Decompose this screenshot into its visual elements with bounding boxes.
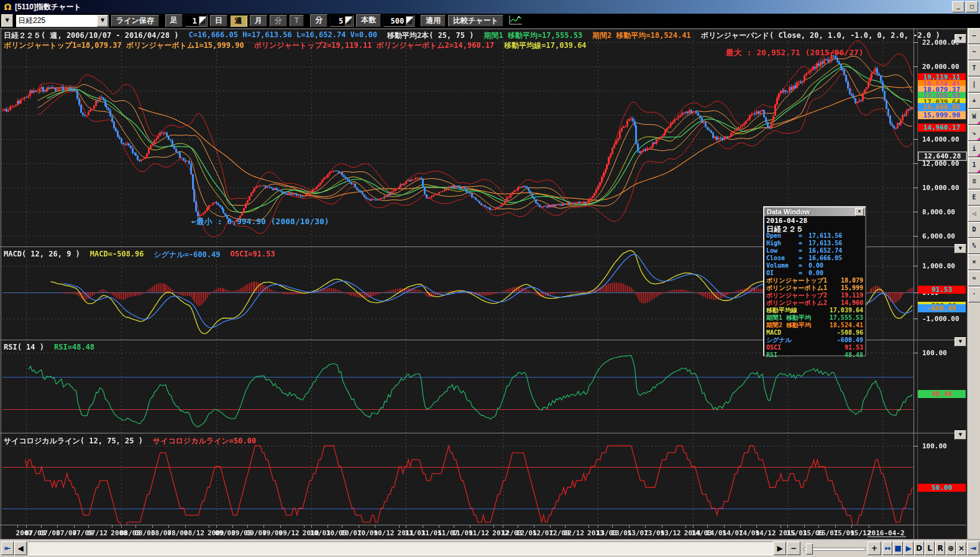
freehand-tool-button[interactable]: ~ [968,45,980,60]
indicator-chart-window: Ω [5110]指数チャート _ □ ▼ 日経225 ▼ ライン保存 足 1 日… [0,0,980,557]
spinner-icon[interactable] [199,16,206,25]
minute-count-field[interactable]: 5 [330,15,354,27]
axis-tick-label: 1,000.00 [922,262,955,270]
data-window[interactable]: Data Window × 2016-04-28 日経２２５ Open=17,6… [763,206,866,356]
axis-value-badge: 50.00 [918,484,966,492]
zoom-in-button[interactable]: + [868,541,881,555]
data-window-row: シグナル-600.49 [766,337,863,344]
maximize-button[interactable]: □ [966,1,978,12]
bar-width-slider[interactable] [804,541,866,555]
zoom-tool-button[interactable]: ⊕ [946,541,956,555]
axis-tick-label: 8,000.00 [922,208,955,216]
delete-tool-button[interactable]: × [956,541,966,555]
axis-value-badge: 48.48 [918,390,966,398]
data-window-row: OSCI91.53 [766,344,863,351]
axis-value-badge: -600.49 [918,304,966,312]
symbol-combo-arrow-icon[interactable]: ▼ [97,15,108,27]
data-window-row: ボリンジャーボトム115,999 [766,284,863,292]
close-icon[interactable]: × [855,208,864,216]
bottom-bar: ⇤◀▶−+↔■▶DLR⊕×⇥ [0,539,980,557]
macd-panel-scale-menu-button[interactable]: ▼ [955,244,966,253]
bar-interval-field[interactable]: 1 [185,15,208,27]
stop-button[interactable]: ■ [893,541,903,555]
minimize-button[interactable]: _ [952,1,964,12]
axis-tick-label: 100.00 [922,349,947,357]
bar-count-label: 本数 [356,14,381,27]
price-axis: 22,000.0020,000.0014,000.0012,000.0010,0… [918,28,966,539]
rsi-panel-scale-menu-button[interactable]: ▼ [955,337,966,346]
text-tool-button[interactable]: T [968,61,980,76]
bar-interval-label: 足 [165,14,183,27]
l-mode-button[interactable]: L [925,541,935,555]
curve-tool-button[interactable]: ≈ [968,271,980,286]
data-window-row: OI=0.00 [766,269,863,277]
price-panel-scale-menu-button[interactable]: ▼ [955,34,966,43]
trend-arrow-tool-button[interactable]: ↘ [968,125,980,141]
erase-tool-button[interactable]: × [968,255,980,270]
period-minute-button[interactable]: 分 [270,15,287,27]
d-mode-button[interactable]: D [914,541,924,555]
edit-tool-button[interactable]: E [968,190,980,206]
data-tool-button[interactable]: D [968,222,980,238]
data-window-row: Close=16,666.05 [766,255,863,262]
data-window-row: High=17,613.56 [766,240,863,247]
cross-line-tool-button[interactable]: + [968,93,980,109]
data-window-row: ボリンジャートップ118,079 [766,277,863,284]
period-week-button[interactable]: 週 [230,15,247,27]
spinner-icon[interactable] [345,16,352,25]
period-month-button[interactable]: 月 [250,15,267,27]
data-window-row: RSI48.48 [766,351,863,359]
percent-tool-button[interactable]: % [968,238,980,254]
horizontal-line-tool-button[interactable]: — [968,29,980,44]
panel-dropdown-button[interactable]: ▼ [1,14,13,27]
axis-value-badge: 16,666.05 [918,103,966,111]
data-window-row: Volume=0.00 [766,262,863,269]
scroll-end-button[interactable]: ⇥ [967,541,979,555]
dot-tool-button[interactable]: · [968,287,980,302]
toolbar: ▼ 日経225 ▼ ライン保存 足 1 日 週 月 分 T 分 5 本数 500… [0,14,980,28]
app-icon: Ω [3,2,12,12]
data-window-date: 2016-04-28 [766,217,863,224]
title-bar[interactable]: Ω [5110]指数チャート _ □ [0,0,980,14]
h-scrollbar-track[interactable] [27,541,773,555]
back-tool-button[interactable]: ◁ [968,206,980,222]
data-window-row: MACD-508.96 [766,329,863,337]
wave-tool-button[interactable]: W [968,109,980,125]
axis-tick-label: 20,000.00 [922,63,959,71]
psych-panel-scale-menu-button[interactable]: ▼ [955,430,966,440]
period-day-button[interactable]: 日 [210,15,227,27]
scroll-right-button[interactable]: ▶ [774,541,786,555]
axis-tick-label: -1,000.00 [922,315,959,323]
info-tool-button[interactable]: i [968,142,980,157]
data-window-body: 2016-04-28 日経２２５ Open=17,613.56High=17,6… [764,216,865,359]
list-tool-button[interactable]: ≡ [968,174,980,189]
data-window-symbol: 日経２２５ [766,224,863,232]
pan-tool-button[interactable]: ↔ [882,541,892,555]
period-tick-button[interactable]: T [290,15,304,27]
slider-handle[interactable] [806,543,813,555]
spinner-icon[interactable] [406,16,413,25]
axis-tick-label: 100.00 [922,442,947,450]
r-mode-button[interactable]: R [935,541,945,555]
data-window-row: Open=17,613.56 [766,232,863,240]
zoom-out-button[interactable]: − [787,541,800,555]
symbol-combobox[interactable]: 日経225 ▼ [16,14,109,27]
line-save-button[interactable]: ライン保存 [111,15,159,27]
vertical-line-tool-button[interactable]: | [968,77,980,93]
apply-button[interactable]: 適用 [421,15,446,27]
compare-chart-button[interactable]: 比較チャート [448,15,503,27]
window-title: [5110]指数チャート [15,2,81,12]
data-window-row: ボリンジャーボトム214,960 [766,299,863,307]
play-button[interactable]: ▶ [904,541,914,555]
data-window-title-bar[interactable]: Data Window × [764,207,865,216]
scroll-left-button[interactable]: ◀ [14,541,27,555]
number-tool-button[interactable]: 1 [968,158,980,173]
data-window-row: Low=16,652.74 [766,247,863,255]
axis-value-badge: 91.53 [918,286,966,294]
line-chart-icon[interactable] [508,14,523,28]
data-window-title: Data Window [767,208,810,215]
bar-count-field[interactable]: 500 [383,15,414,27]
axis-tick-label: 10,000.00 [922,184,959,192]
minute-label: 分 [310,14,327,27]
scroll-home-button[interactable]: ⇤ [1,541,14,555]
